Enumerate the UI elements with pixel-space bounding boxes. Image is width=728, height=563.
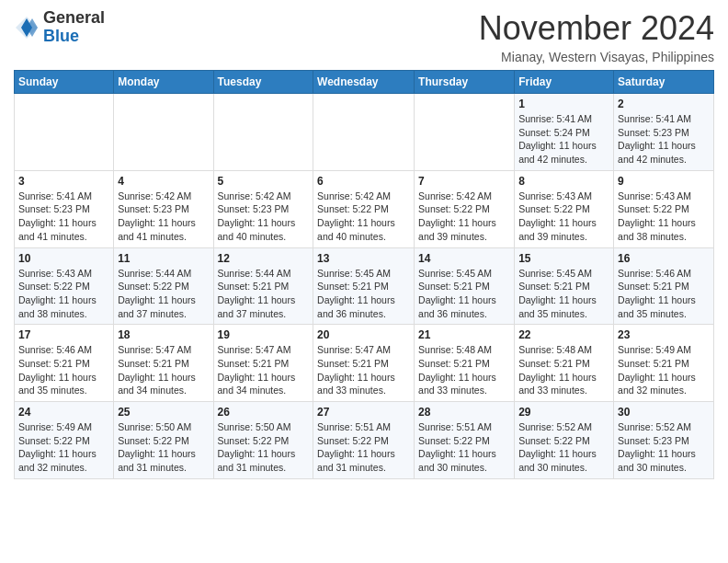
calendar-cell: 29Sunrise: 5:52 AM Sunset: 5:22 PM Dayli… xyxy=(515,402,614,479)
calendar-table: SundayMondayTuesdayWednesdayThursdayFrid… xyxy=(14,70,714,479)
day-number: 27 xyxy=(317,406,410,419)
calendar-cell: 17Sunrise: 5:46 AM Sunset: 5:21 PM Dayli… xyxy=(15,325,114,402)
day-info: Sunrise: 5:48 AM Sunset: 5:21 PM Dayligh… xyxy=(518,343,609,397)
calendar-cell: 21Sunrise: 5:48 AM Sunset: 5:21 PM Dayli… xyxy=(415,325,515,402)
day-info: Sunrise: 5:51 AM Sunset: 5:22 PM Dayligh… xyxy=(418,420,510,475)
weekday-header-thursday: Thursday xyxy=(415,71,515,94)
day-info: Sunrise: 5:43 AM Sunset: 5:22 PM Dayligh… xyxy=(518,190,609,244)
day-info: Sunrise: 5:43 AM Sunset: 5:22 PM Dayligh… xyxy=(618,190,710,244)
day-number: 18 xyxy=(118,328,209,341)
day-number: 26 xyxy=(218,406,310,419)
day-number: 30 xyxy=(618,406,710,419)
day-info: Sunrise: 5:43 AM Sunset: 5:22 PM Dayligh… xyxy=(18,267,109,321)
calendar-cell: 16Sunrise: 5:46 AM Sunset: 5:21 PM Dayli… xyxy=(614,247,714,325)
calendar-cell: 11Sunrise: 5:44 AM Sunset: 5:22 PM Dayli… xyxy=(114,247,213,325)
calendar-cell: 5Sunrise: 5:42 AM Sunset: 5:23 PM Daylig… xyxy=(213,170,313,247)
weekday-header-monday: Monday xyxy=(114,71,213,94)
day-info: Sunrise: 5:47 AM Sunset: 5:21 PM Dayligh… xyxy=(118,343,209,397)
day-info: Sunrise: 5:50 AM Sunset: 5:22 PM Dayligh… xyxy=(118,420,209,475)
calendar-week-1: 1Sunrise: 5:41 AM Sunset: 5:24 PM Daylig… xyxy=(15,94,714,171)
day-info: Sunrise: 5:46 AM Sunset: 5:21 PM Dayligh… xyxy=(618,267,710,321)
calendar-cell: 28Sunrise: 5:51 AM Sunset: 5:22 PM Dayli… xyxy=(415,402,515,479)
day-number: 24 xyxy=(18,406,109,419)
day-info: Sunrise: 5:47 AM Sunset: 5:21 PM Dayligh… xyxy=(317,343,410,397)
day-info: Sunrise: 5:42 AM Sunset: 5:22 PM Dayligh… xyxy=(418,190,510,244)
day-number: 10 xyxy=(18,252,109,265)
day-number: 21 xyxy=(418,328,510,341)
day-info: Sunrise: 5:44 AM Sunset: 5:21 PM Dayligh… xyxy=(218,267,310,321)
weekday-header-friday: Friday xyxy=(515,71,614,94)
calendar-week-4: 17Sunrise: 5:46 AM Sunset: 5:21 PM Dayli… xyxy=(15,325,714,402)
calendar-cell: 7Sunrise: 5:42 AM Sunset: 5:22 PM Daylig… xyxy=(415,170,515,247)
day-info: Sunrise: 5:45 AM Sunset: 5:21 PM Dayligh… xyxy=(518,267,609,321)
day-info: Sunrise: 5:41 AM Sunset: 5:23 PM Dayligh… xyxy=(18,190,109,244)
calendar-cell: 9Sunrise: 5:43 AM Sunset: 5:22 PM Daylig… xyxy=(614,170,714,247)
calendar-cell: 18Sunrise: 5:47 AM Sunset: 5:21 PM Dayli… xyxy=(114,325,213,402)
day-number: 29 xyxy=(518,406,609,419)
day-info: Sunrise: 5:46 AM Sunset: 5:21 PM Dayligh… xyxy=(18,343,109,397)
weekday-header-row: SundayMondayTuesdayWednesdayThursdayFrid… xyxy=(15,71,714,94)
calendar-cell: 4Sunrise: 5:42 AM Sunset: 5:23 PM Daylig… xyxy=(114,170,213,247)
day-info: Sunrise: 5:45 AM Sunset: 5:21 PM Dayligh… xyxy=(418,267,510,321)
weekday-header-tuesday: Tuesday xyxy=(213,71,313,94)
calendar-cell: 1Sunrise: 5:41 AM Sunset: 5:24 PM Daylig… xyxy=(515,94,614,171)
day-number: 9 xyxy=(618,175,710,188)
calendar-cell xyxy=(15,94,114,171)
calendar-week-3: 10Sunrise: 5:43 AM Sunset: 5:22 PM Dayli… xyxy=(15,247,714,325)
day-number: 14 xyxy=(418,252,510,265)
day-number: 6 xyxy=(317,175,410,188)
logo: General Blue xyxy=(14,9,105,46)
calendar-cell: 27Sunrise: 5:51 AM Sunset: 5:22 PM Dayli… xyxy=(313,402,415,479)
calendar-week-5: 24Sunrise: 5:49 AM Sunset: 5:22 PM Dayli… xyxy=(15,402,714,479)
day-number: 19 xyxy=(218,328,310,341)
title-block: November 2024 Mianay, Western Visayas, P… xyxy=(479,9,714,64)
day-info: Sunrise: 5:50 AM Sunset: 5:22 PM Dayligh… xyxy=(218,420,310,475)
calendar-cell: 14Sunrise: 5:45 AM Sunset: 5:21 PM Dayli… xyxy=(415,247,515,325)
calendar-cell: 10Sunrise: 5:43 AM Sunset: 5:22 PM Dayli… xyxy=(15,247,114,325)
calendar-cell: 2Sunrise: 5:41 AM Sunset: 5:23 PM Daylig… xyxy=(614,94,714,171)
day-number: 13 xyxy=(317,252,410,265)
day-info: Sunrise: 5:49 AM Sunset: 5:22 PM Dayligh… xyxy=(18,420,109,475)
calendar-cell: 13Sunrise: 5:45 AM Sunset: 5:21 PM Dayli… xyxy=(313,247,415,325)
day-number: 5 xyxy=(218,175,310,188)
calendar-cell: 6Sunrise: 5:42 AM Sunset: 5:22 PM Daylig… xyxy=(313,170,415,247)
calendar-cell xyxy=(313,94,415,171)
day-info: Sunrise: 5:44 AM Sunset: 5:22 PM Dayligh… xyxy=(118,267,209,321)
day-number: 3 xyxy=(18,175,109,188)
calendar-cell: 19Sunrise: 5:47 AM Sunset: 5:21 PM Dayli… xyxy=(213,325,313,402)
day-number: 20 xyxy=(317,328,410,341)
weekday-header-saturday: Saturday xyxy=(614,71,714,94)
calendar-cell: 26Sunrise: 5:50 AM Sunset: 5:22 PM Dayli… xyxy=(213,402,313,479)
day-info: Sunrise: 5:45 AM Sunset: 5:21 PM Dayligh… xyxy=(317,267,410,321)
day-number: 2 xyxy=(618,98,710,110)
weekday-header-sunday: Sunday xyxy=(15,71,114,94)
calendar-cell: 22Sunrise: 5:48 AM Sunset: 5:21 PM Dayli… xyxy=(515,325,614,402)
day-info: Sunrise: 5:52 AM Sunset: 5:23 PM Dayligh… xyxy=(618,420,710,475)
logo-blue: Blue xyxy=(43,27,79,45)
month-title: November 2024 xyxy=(479,9,714,48)
page-header: General Blue November 2024 Mianay, Weste… xyxy=(14,9,714,64)
day-info: Sunrise: 5:48 AM Sunset: 5:21 PM Dayligh… xyxy=(418,343,510,397)
calendar-cell xyxy=(213,94,313,171)
day-number: 8 xyxy=(518,175,609,188)
calendar-cell xyxy=(114,94,213,171)
day-number: 28 xyxy=(418,406,510,419)
calendar-cell: 20Sunrise: 5:47 AM Sunset: 5:21 PM Dayli… xyxy=(313,325,415,402)
calendar-cell: 25Sunrise: 5:50 AM Sunset: 5:22 PM Dayli… xyxy=(114,402,213,479)
day-number: 25 xyxy=(118,406,209,419)
day-info: Sunrise: 5:51 AM Sunset: 5:22 PM Dayligh… xyxy=(317,420,410,475)
day-info: Sunrise: 5:49 AM Sunset: 5:21 PM Dayligh… xyxy=(618,343,710,397)
day-number: 4 xyxy=(118,175,209,188)
calendar-cell: 8Sunrise: 5:43 AM Sunset: 5:22 PM Daylig… xyxy=(515,170,614,247)
day-number: 22 xyxy=(518,328,609,341)
logo-general: General xyxy=(43,8,105,27)
day-number: 15 xyxy=(518,252,609,265)
day-number: 12 xyxy=(218,252,310,265)
calendar-cell: 24Sunrise: 5:49 AM Sunset: 5:22 PM Dayli… xyxy=(15,402,114,479)
calendar-cell: 23Sunrise: 5:49 AM Sunset: 5:21 PM Dayli… xyxy=(614,325,714,402)
day-info: Sunrise: 5:41 AM Sunset: 5:23 PM Dayligh… xyxy=(618,112,710,167)
calendar-cell: 3Sunrise: 5:41 AM Sunset: 5:23 PM Daylig… xyxy=(15,170,114,247)
day-info: Sunrise: 5:42 AM Sunset: 5:23 PM Dayligh… xyxy=(218,190,310,244)
day-number: 1 xyxy=(518,98,609,110)
logo-text: General Blue xyxy=(43,9,105,46)
